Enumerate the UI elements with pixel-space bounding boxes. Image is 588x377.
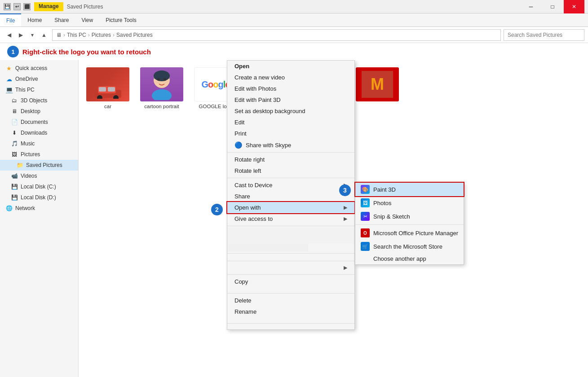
sidebar-item-3d-objects[interactable]: 🗂 3D Objects <box>0 95 78 106</box>
ctx-open-with[interactable]: Open with ▶ <box>227 202 354 213</box>
sidebar-item-local-disk-d[interactable]: 💾 Local Disk (D:) <box>0 192 78 203</box>
file-thumbnail <box>139 66 184 102</box>
ctx-rotate-left[interactable]: Rotate left <box>227 165 354 176</box>
sidebar-label-quick-access: Quick access <box>15 65 47 71</box>
nav-buttons: ◀ ▶ ▾ ▲ <box>4 30 49 40</box>
tab-file[interactable]: File <box>0 13 21 26</box>
cloud-icon: ☁ <box>5 75 13 83</box>
instruction-banner: 1 Right-click the logo you want to retou… <box>0 43 588 60</box>
office-icon: O <box>361 228 370 237</box>
submenu-snip-sketch[interactable]: ✂ Snip & Sketch <box>355 210 464 223</box>
manage-tab-title[interactable]: Manage <box>34 2 63 11</box>
sidebar-item-downloads[interactable]: ⬇ Downloads <box>0 127 78 138</box>
sidebar-label-videos: Videos <box>21 173 37 179</box>
up-button[interactable]: ▲ <box>39 30 49 40</box>
maximize-btn[interactable]: □ <box>542 0 563 13</box>
tab-home[interactable]: Home <box>21 13 48 26</box>
quick-access-toolbar[interactable]: 💾 <box>4 3 11 10</box>
path-pictures[interactable]: Pictures <box>92 32 111 38</box>
sidebar-item-quick-access[interactable]: ★ Quick access <box>0 63 78 74</box>
instruction-text: Right-click the logo you want to retouch <box>22 48 151 56</box>
ctx-edit[interactable]: Edit <box>227 117 354 128</box>
skype-icon: 🔵 <box>234 141 242 149</box>
ctx-send-to[interactable]: ▶ <box>227 263 354 273</box>
step2-badge: 2 <box>211 204 223 215</box>
sidebar-label-documents: Documents <box>21 119 48 125</box>
ctx-set-desktop[interactable]: Set as desktop background <box>227 105 354 117</box>
list-item[interactable]: cartoon portrait <box>137 65 186 111</box>
ctx-print[interactable]: Print <box>227 128 354 139</box>
undo-btn[interactable]: ↩ <box>13 3 21 10</box>
list-item[interactable]: M <box>353 65 402 105</box>
ctx-cast-device[interactable]: Cast to Device▶ <box>227 180 354 191</box>
svg-point-10 <box>164 78 166 81</box>
properties-btn[interactable]: ⬛ <box>23 3 31 10</box>
sidebar-item-this-pc[interactable]: 💻 This PC <box>0 84 78 95</box>
ctx-edit-photos[interactable]: Edit with Photos <box>227 83 354 94</box>
ctx-rotate-right[interactable]: Rotate right <box>227 154 354 165</box>
submenu-office-pm[interactable]: O Microsoft Office Picture Manager <box>355 226 464 240</box>
list-item[interactable]: car <box>83 65 133 111</box>
submenu-ms-store[interactable]: 🛒 Search the Microsoft Store <box>355 240 464 253</box>
disk-c-icon: 💾 <box>11 183 18 190</box>
title-bar-title: Saved Pictures <box>67 4 103 10</box>
ctx-edit-paint3d[interactable]: Edit with Paint 3D <box>227 94 354 105</box>
svg-point-12 <box>164 81 168 83</box>
google-text: Google <box>202 79 230 90</box>
close-btn[interactable]: ✕ <box>564 0 584 13</box>
ctx-delete[interactable]: Rename <box>227 306 354 317</box>
photos-icon: 🖼 <box>361 198 370 207</box>
address-path[interactable]: 🖥 › This PC › Pictures › Saved Pictures <box>52 29 501 41</box>
sidebar-item-pictures[interactable]: 🖼 Pictures <box>0 149 78 160</box>
submenu-choose-app[interactable]: Choose another app <box>355 253 464 264</box>
submenu-label-snip: Snip & Sketch <box>373 213 410 220</box>
sidebar-item-desktop[interactable]: 🖥 Desktop <box>0 106 78 117</box>
tab-share[interactable]: Share <box>48 13 75 26</box>
back-button[interactable]: ◀ <box>4 30 14 40</box>
tab-picture-tools[interactable]: Picture Tools <box>99 13 142 26</box>
ctx-properties[interactable] <box>227 325 354 329</box>
sidebar-label-this-pc: This PC <box>15 87 35 93</box>
ctx-create-video[interactable]: Create a new video <box>227 72 354 83</box>
file-thumbnail: M <box>355 66 400 102</box>
search-input[interactable] <box>504 29 584 41</box>
net-icon: 🌐 <box>5 205 13 212</box>
ctx-restore-versions[interactable] <box>227 255 354 259</box>
ctx-give-access[interactable]: Give access to▶ <box>227 213 354 224</box>
submenu-label-paint3d: Paint 3D <box>373 186 396 193</box>
ctx-share-skype[interactable]: 🔵 Share with Skype <box>227 139 354 151</box>
minimize-btn[interactable]: ─ <box>521 0 541 13</box>
ctx-create-shortcut[interactable]: Delete <box>227 295 354 306</box>
ctx-openwith-container: 2 Open with ▶ <box>227 202 354 213</box>
ctx-copy[interactable] <box>227 287 354 292</box>
ctx-cut[interactable]: Copy <box>227 276 354 287</box>
forward-button[interactable]: ▶ <box>15 30 26 40</box>
sidebar-item-network[interactable]: 🌐 Network <box>0 203 78 214</box>
ctx-divider <box>227 253 354 254</box>
submenu-paint3d-row: 3 🎨 Paint 3D <box>355 183 464 196</box>
tab-view[interactable]: View <box>75 13 99 26</box>
videos-icon: 📹 <box>11 172 18 180</box>
path-saved-pictures[interactable]: Saved Pictures <box>116 32 153 38</box>
sidebar-item-documents[interactable]: 📄 Documents <box>0 117 78 127</box>
sidebar-item-saved-pictures[interactable]: 📁 Saved Pictures <box>0 160 78 171</box>
ctx-share[interactable]: Share <box>227 191 354 202</box>
path-this-pc[interactable]: This PC <box>67 32 86 38</box>
context-menu: Open Create a new video Edit with Photos… <box>227 60 355 330</box>
file-label: car <box>104 104 111 109</box>
cartoon-svg <box>148 69 175 100</box>
submenu-photos[interactable]: 🖼 Photos <box>355 196 464 210</box>
recent-button[interactable]: ▾ <box>27 30 38 40</box>
sidebar-item-music[interactable]: 🎵 Music <box>0 138 78 149</box>
sidebar-label-network: Network <box>15 205 35 211</box>
submenu-paint3d[interactable]: 🎨 Paint 3D <box>355 183 464 196</box>
sidebar-label-onedrive: OneDrive <box>15 76 38 82</box>
sidebar-item-onedrive[interactable]: ☁ OneDrive <box>0 74 78 84</box>
sidebar-item-local-disk-c[interactable]: 💾 Local Disk (C:) <box>0 181 78 192</box>
ctx-open[interactable]: Open <box>227 61 354 72</box>
ctx-rename[interactable] <box>227 317 354 322</box>
star-icon: ★ <box>5 65 13 72</box>
sidebar-item-videos[interactable]: 📹 Videos <box>0 171 78 181</box>
paint3d-icon: 🎨 <box>361 185 370 194</box>
car-image <box>86 67 129 101</box>
